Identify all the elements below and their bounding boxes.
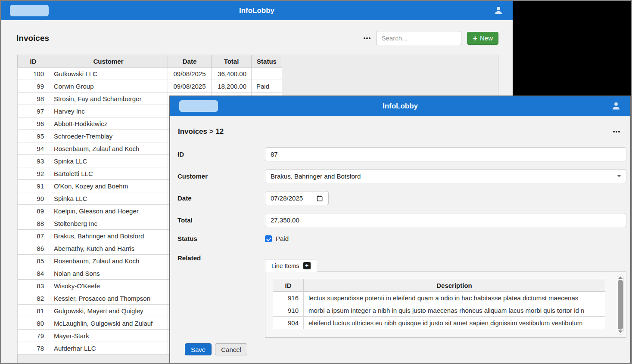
cell-id: 85 (18, 255, 49, 267)
cancel-button[interactable]: Cancel (215, 343, 247, 355)
black-desktop-region (513, 1, 631, 96)
cell-id: 86 (18, 242, 49, 255)
cell-id: 83 (18, 280, 49, 292)
invoices-table-header-row: ID Customer Date Total Status (18, 55, 282, 68)
tab-line-items[interactable]: Line Items + (265, 259, 317, 272)
column-header-id[interactable]: ID (18, 55, 49, 68)
new-button[interactable]: + New (467, 32, 498, 45)
cell-date: 09/08/2025 (168, 80, 212, 93)
cell-status (252, 68, 282, 80)
search-input[interactable] (376, 31, 461, 45)
cell-id: 96 (18, 117, 49, 130)
breadcrumb: Invoices > 12 (178, 127, 224, 136)
invoice-row[interactable]: 100Gutkowski LLC09/08/202536,400.00 (18, 68, 282, 80)
total-label: Total (177, 216, 265, 224)
form-row-related: Related Line Items + ID Description (177, 251, 626, 338)
cell-customer: Koelpin, Gleason and Hoeger (49, 205, 168, 217)
cell-customer: Strosin, Fay and Schamberger (49, 93, 168, 105)
cell-id: 82 (18, 292, 49, 305)
plus-icon: + (473, 34, 477, 42)
cell-description: lectus suspendisse potenti in eleifend q… (304, 292, 605, 304)
cell-customer: Abernathy, Kutch and Harris (49, 242, 168, 255)
total-field[interactable]: 27,350.00 (265, 213, 626, 227)
date-value: 07/28/2025 (271, 194, 303, 202)
list-window-titlebar: InfoLobby (1, 1, 513, 20)
cell-id: 100 (18, 68, 49, 80)
chevron-down-icon (617, 175, 621, 177)
form-row-date: Date 07/28/2025 (177, 191, 626, 205)
cell-id: 88 (18, 217, 49, 230)
invoice-row[interactable]: 99Corwin Group09/08/202518,200.00Paid (18, 80, 282, 93)
cell-id: 89 (18, 205, 49, 217)
line-items-scrollbar[interactable] (617, 275, 624, 335)
ellipsis-icon[interactable] (613, 131, 620, 133)
tab-line-items-label: Line Items (271, 262, 299, 269)
add-line-item-icon[interactable]: + (303, 262, 311, 269)
paid-checkbox-label: Paid (276, 235, 289, 242)
page-title: Invoices (16, 34, 49, 43)
cell-customer: Stoltenberg Inc (49, 217, 168, 230)
list-toolbar: + New (364, 31, 498, 45)
cell-customer: Kessler, Prosacco and Thompson (49, 292, 168, 305)
line-items-table: ID Description 916lectus suspendisse pot… (273, 279, 605, 329)
cell-customer: Spinka LLC (49, 192, 168, 205)
related-label: Related (177, 251, 265, 262)
column-header-id[interactable]: ID (273, 279, 304, 292)
form-row-total: Total 27,350.00 (177, 213, 626, 227)
status-label: Status (177, 235, 265, 242)
ellipsis-icon[interactable] (364, 37, 370, 39)
line-item-row[interactable]: 910morbi a ipsum integer a nibh in quis … (273, 304, 605, 317)
cell-id: 97 (18, 105, 49, 117)
cell-id: 79 (18, 330, 49, 342)
cell-customer: Rosenbaum, Zulauf and Koch (49, 142, 168, 155)
user-icon[interactable] (494, 6, 503, 15)
titlebar-placeholder-button[interactable] (10, 5, 49, 16)
cell-id: 98 (18, 93, 49, 105)
cell-description: morbi a ipsum integer a nibh in quis jus… (304, 304, 605, 317)
column-header-total[interactable]: Total (212, 55, 252, 68)
line-items-table-body: 916lectus suspendisse potenti in eleifen… (273, 292, 605, 329)
user-icon[interactable] (611, 101, 621, 111)
scrollbar-thumb[interactable] (618, 280, 623, 330)
titlebar-placeholder-button[interactable] (179, 100, 218, 112)
cell-customer: Spinka LLC (49, 155, 168, 167)
id-label: ID (177, 151, 265, 158)
app-title: InfoLobby (170, 102, 630, 111)
invoice-detail-window: InfoLobby Invoices > 12 ID 87 Customer B… (169, 96, 631, 364)
cell-customer: Harvey Inc (49, 105, 168, 117)
cell-id: 916 (273, 292, 304, 304)
calendar-icon[interactable] (316, 195, 323, 202)
cell-customer: O'Kon, Kozey and Boehm (49, 180, 168, 192)
cell-id: 81 (18, 305, 49, 317)
cell-date: 09/08/2025 (168, 68, 212, 80)
cell-id: 84 (18, 267, 49, 280)
column-header-customer[interactable]: Customer (49, 55, 168, 68)
save-button[interactable]: Save (185, 343, 212, 355)
cell-id: 78 (18, 342, 49, 355)
cell-customer: Bartoletti LLC (49, 167, 168, 180)
cell-customer: Brakus, Bahringer and Botsford (49, 230, 168, 242)
cell-customer: Nolan and Sons (49, 267, 168, 280)
cell-id: 95 (18, 130, 49, 142)
column-header-description[interactable]: Description (304, 279, 605, 292)
column-header-status[interactable]: Status (252, 55, 282, 68)
cell-id: 87 (18, 230, 49, 242)
paid-checkbox[interactable] (265, 235, 272, 242)
date-field[interactable]: 07/28/2025 (265, 191, 329, 205)
form-buttons: Save Cancel (177, 338, 626, 355)
form-row-status: Status Paid (177, 235, 626, 242)
list-header: Invoices + New (1, 20, 513, 45)
id-field[interactable]: 87 (265, 147, 626, 161)
cell-id: 90 (18, 192, 49, 205)
scroll-up-arrow-icon[interactable] (618, 276, 623, 279)
line-item-row[interactable]: 904eleifend luctus ultricies eu nibh qui… (273, 317, 605, 329)
cell-id: 910 (273, 304, 304, 317)
cell-id: 904 (273, 317, 304, 329)
scroll-down-arrow-icon[interactable] (618, 330, 623, 333)
cell-id: 94 (18, 142, 49, 155)
customer-select[interactable]: Brakus, Bahringer and Botsford (265, 169, 626, 183)
invoice-form: ID 87 Customer Brakus, Bahringer and Bot… (170, 136, 630, 355)
line-item-row[interactable]: 916lectus suspendisse potenti in eleifen… (273, 292, 605, 304)
form-row-id: ID 87 (177, 147, 626, 161)
column-header-date[interactable]: Date (168, 55, 212, 68)
